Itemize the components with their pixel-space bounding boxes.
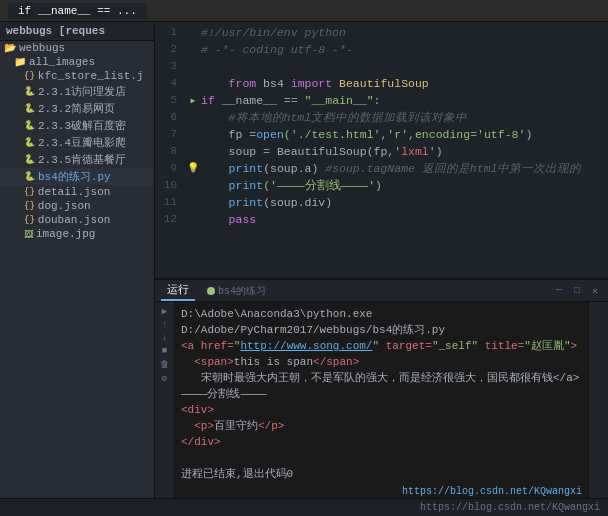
down-icon[interactable]: ↓ xyxy=(162,333,167,343)
terminal-header: 运行 bs4的练习 ─ □ ✕ xyxy=(155,280,608,302)
code-content-9: print(soup.a) #soup.tagName 返回的是html中第一次… xyxy=(201,160,608,177)
gutter-5: ▶ xyxy=(185,92,201,109)
close-icon[interactable]: ✕ xyxy=(588,284,602,298)
code-content-8: soup = BeautifulSoup(fp,'lxml') xyxy=(201,143,608,160)
code-line-10: 10 print('————分割线————') xyxy=(155,177,608,194)
sidebar-label-detail-json: detail.json xyxy=(38,186,111,198)
sidebar-label-item-231: 2.3.1访问理发店 xyxy=(38,84,126,99)
code-line-4: 4 from bs4 import BeautifulSoup xyxy=(155,75,608,92)
sidebar-item-all-images-folder[interactable]: 📁all_images xyxy=(0,55,154,69)
terminal-line-exit: 进程已结束,退出代码0 xyxy=(181,466,582,482)
info-bar: https://blog.csdn.net/KQwangxi xyxy=(0,498,608,516)
line-number-1: 1 xyxy=(155,24,185,41)
terminal-body-wrap: ▶ ↑ ↓ ■ 🗑 ⚙ D:\Adobe\Anaconda3\python.ex… xyxy=(155,302,608,498)
sidebar-label-all-images-folder: all_images xyxy=(29,56,95,68)
terminal-controls: ─ □ ✕ xyxy=(552,284,602,298)
terminal-left-bar: ▶ ↑ ↓ ■ 🗑 ⚙ xyxy=(155,302,175,498)
terminal-line-6: <p>百里守约</p> xyxy=(181,418,582,434)
terminal-line-0: D:\Adobe\Anaconda3\python.exe D:/Adobe/P… xyxy=(181,306,582,338)
title-bar: if __name__ == ... xyxy=(0,0,608,22)
sidebar-label-bs4-practice: bs4的练习.py xyxy=(38,169,111,184)
run-status-dot xyxy=(207,287,215,295)
terminal-panel: 运行 bs4的练习 ─ □ ✕ ▶ ↑ ↓ ■ 🗑 ⚙ xyxy=(155,278,608,498)
sidebar-item-image-jpg[interactable]: 🖼image.jpg xyxy=(0,227,154,241)
code-line-1: 1#!/usr/bin/env python xyxy=(155,24,608,41)
sidebar-item-bs4-practice[interactable]: 🐍bs4的练习.py xyxy=(0,168,154,185)
run-indicator: bs4的练习 xyxy=(203,282,270,300)
sidebar-label-image-jpg: image.jpg xyxy=(36,228,95,240)
code-line-11: 11 print(soup.div) xyxy=(155,194,608,211)
sidebar-label-kfc-store-list: kfc_store_list.j xyxy=(38,70,144,82)
run-label: bs4的练习 xyxy=(218,284,266,298)
code-content-11: print(soup.div) xyxy=(201,194,608,211)
gutter-9: 💡 xyxy=(185,160,201,177)
sidebar-header: webbugs [reques xyxy=(0,22,154,41)
code-line-6: 6 #将本地的html文档中的数据加载到该对象中 xyxy=(155,109,608,126)
main-area: webbugs [reques 📂webbugs📁all_images{}kfc… xyxy=(0,22,608,498)
sidebar-label-dog-json: dog.json xyxy=(38,200,91,212)
line-number-10: 10 xyxy=(155,177,185,194)
code-content-2: # -*- coding utf-8 -*- xyxy=(201,41,608,58)
expand-icon[interactable]: □ xyxy=(570,284,584,298)
sidebar-label-item-234: 2.3.4豆瓣电影爬 xyxy=(38,135,126,150)
stop-icon[interactable]: ■ xyxy=(162,346,167,356)
up-icon[interactable]: ↑ xyxy=(162,320,167,330)
sidebar-item-item-235[interactable]: 🐍2.3.5肯德基餐厅 xyxy=(0,151,154,168)
minimize-icon[interactable]: ─ xyxy=(552,284,566,298)
code-content-10: print('————分割线————') xyxy=(201,177,608,194)
terminal-right-sidebar xyxy=(588,302,608,498)
code-line-8: 8 soup = BeautifulSoup(fp,'lxml') xyxy=(155,143,608,160)
code-line-2: 2# -*- coding utf-8 -*- xyxy=(155,41,608,58)
line-number-6: 6 xyxy=(155,109,185,126)
code-content-4: from bs4 import BeautifulSoup xyxy=(201,75,608,92)
code-editor: 1#!/usr/bin/env python2# -*- coding utf-… xyxy=(155,22,608,278)
code-lines: 1#!/usr/bin/env python2# -*- coding utf-… xyxy=(155,22,608,278)
sidebar-item-detail-json[interactable]: {}detail.json xyxy=(0,185,154,199)
code-content-1: #!/usr/bin/env python xyxy=(201,24,608,41)
line-number-11: 11 xyxy=(155,194,185,211)
sidebar-item-item-233[interactable]: 🐍2.3.3破解百度密 xyxy=(0,117,154,134)
line-number-12: 12 xyxy=(155,211,185,228)
sidebar: webbugs [reques 📂webbugs📁all_images{}kfc… xyxy=(0,22,155,498)
sidebar-item-item-234[interactable]: 🐍2.3.4豆瓣电影爬 xyxy=(0,134,154,151)
sidebar-item-item-231[interactable]: 🐍2.3.1访问理发店 xyxy=(0,83,154,100)
terminal-body: D:\Adobe\Anaconda3\python.exe D:/Adobe/P… xyxy=(175,302,588,498)
line-number-3: 3 xyxy=(155,58,185,75)
settings-icon[interactable]: ⚙ xyxy=(162,373,167,384)
line-number-2: 2 xyxy=(155,41,185,58)
sidebar-label-item-232: 2.3.2简易网页 xyxy=(38,101,115,116)
trash-icon[interactable]: 🗑 xyxy=(160,359,169,370)
terminal-tab-run[interactable]: 运行 xyxy=(161,280,195,301)
line-number-7: 7 xyxy=(155,126,185,143)
footer-link: https://blog.csdn.net/KQwangxi xyxy=(420,502,600,513)
code-content-6: #将本地的html文档中的数据加载到该对象中 xyxy=(201,109,608,126)
terminal-line-2: <span>this is span</span> xyxy=(181,354,582,370)
terminal-line-empty xyxy=(181,450,582,466)
terminal-line-1: <a href="http://www.song.com/" target="_… xyxy=(181,338,582,354)
code-line-12: 12 pass xyxy=(155,211,608,228)
line-number-4: 4 xyxy=(155,75,185,92)
terminal-footer: https://blog.csdn.net/KQwangxi xyxy=(181,484,582,498)
sidebar-label-douban-json: douban.json xyxy=(38,214,111,226)
sidebar-item-kfc-store-list[interactable]: {}kfc_store_list.j xyxy=(0,69,154,83)
code-content-12: pass xyxy=(201,211,608,228)
terminal-line-5: <div> xyxy=(181,402,582,418)
editor-tab[interactable]: if __name__ == ... xyxy=(8,3,147,19)
sidebar-items-list: 📂webbugs📁all_images{}kfc_store_list.j🐍2.… xyxy=(0,41,154,241)
code-content-5: if __name__ == "__main__": xyxy=(201,92,608,109)
sidebar-label-item-233: 2.3.3破解百度密 xyxy=(38,118,126,133)
sidebar-item-dog-json[interactable]: {}dog.json xyxy=(0,199,154,213)
terminal-line-7: </div> xyxy=(181,434,582,450)
sidebar-item-item-232[interactable]: 🐍2.3.2简易网页 xyxy=(0,100,154,117)
sidebar-label-item-235: 2.3.5肯德基餐厅 xyxy=(38,152,126,167)
line-number-5: 5 xyxy=(155,92,185,109)
sidebar-item-douban-json[interactable]: {}douban.json xyxy=(0,213,154,227)
sidebar-item-webbugs-folder[interactable]: 📂webbugs xyxy=(0,41,154,55)
code-line-7: 7 fp =open('./test.html','r',encoding='u… xyxy=(155,126,608,143)
sidebar-label-webbugs-folder: webbugs xyxy=(19,42,65,54)
play-icon[interactable]: ▶ xyxy=(162,306,167,317)
code-content-7: fp =open('./test.html','r',encoding='utf… xyxy=(201,126,608,143)
line-number-8: 8 xyxy=(155,143,185,160)
line-number-9: 9 xyxy=(155,160,185,177)
code-line-3: 3 xyxy=(155,58,608,75)
